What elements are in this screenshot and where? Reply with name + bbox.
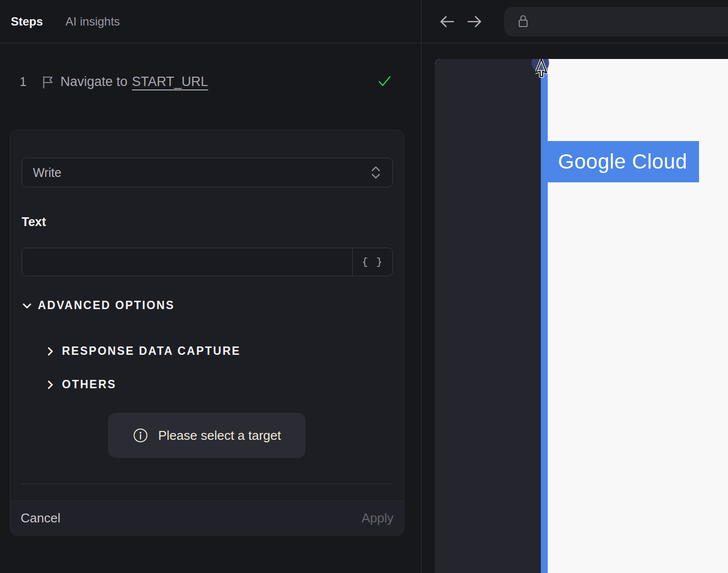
step-title-prefix: Navigate to <box>60 74 128 89</box>
browser-viewport[interactable]: Google Cloud <box>435 59 728 573</box>
browser-chrome <box>421 0 728 43</box>
cursor-pointer-icon <box>535 59 563 86</box>
forward-arrow-icon <box>465 12 484 31</box>
chevron-right-icon <box>45 346 56 357</box>
select-updown-icon <box>370 165 382 180</box>
google-cloud-banner[interactable]: Google Cloud <box>541 141 699 182</box>
notice-text: Please select a target <box>158 428 281 443</box>
text-field-label: Text <box>22 215 46 229</box>
info-icon <box>133 428 148 443</box>
select-target-notice: Please select a target <box>108 413 306 458</box>
lock-icon <box>515 12 532 31</box>
editor-footer: Cancel Apply <box>10 501 404 535</box>
step-number: 1 <box>20 68 27 95</box>
response-data-capture-toggle[interactable]: RESPONSE DATA CAPTURE <box>45 344 241 358</box>
apply-button[interactable]: Apply <box>362 511 393 526</box>
check-icon <box>377 74 392 89</box>
cancel-button[interactable]: Cancel <box>21 511 60 526</box>
step-row[interactable]: 1 Navigate to START_URL <box>0 68 421 95</box>
template-variable-button[interactable]: { } <box>352 248 392 276</box>
browser-panel: Google Cloud <box>421 0 728 573</box>
panel-tab-bar: Steps AI insights <box>0 0 421 43</box>
others-label: OTHERS <box>62 378 116 391</box>
text-input[interactable] <box>22 248 352 276</box>
step-title: Navigate to START_URL <box>60 68 208 95</box>
flag-icon <box>40 75 55 89</box>
chevron-down-icon <box>22 300 32 311</box>
back-button[interactable] <box>438 12 456 31</box>
steps-panel: Steps AI insights 1 Navigate to START_UR… <box>0 0 421 573</box>
back-arrow-icon <box>438 12 456 31</box>
text-input-group: { } <box>22 248 393 276</box>
address-bar[interactable] <box>504 7 728 36</box>
response-data-capture-label: RESPONSE DATA CAPTURE <box>62 344 241 358</box>
tab-steps[interactable]: Steps <box>11 15 43 29</box>
others-toggle[interactable]: OTHERS <box>45 378 116 391</box>
divider <box>22 484 392 484</box>
step-editor-card: Write Text { } ADVA <box>10 130 404 536</box>
forward-button[interactable] <box>465 12 484 31</box>
chevron-right-icon <box>45 379 56 390</box>
page-sidebar-area <box>435 59 541 573</box>
app-window: Steps AI insights 1 Navigate to START_UR… <box>0 0 728 573</box>
start-url-link[interactable]: START_URL <box>132 74 208 89</box>
advanced-options-label: ADVANCED OPTIONS <box>38 299 175 312</box>
action-select-value: Write <box>33 166 61 180</box>
advanced-options-toggle[interactable]: ADVANCED OPTIONS <box>22 299 175 312</box>
action-select[interactable]: Write <box>22 158 393 187</box>
page-accent-stripe <box>541 59 548 573</box>
google-cloud-banner-text: Google Cloud <box>558 150 687 173</box>
tab-ai-insights[interactable]: AI insights <box>65 15 120 29</box>
